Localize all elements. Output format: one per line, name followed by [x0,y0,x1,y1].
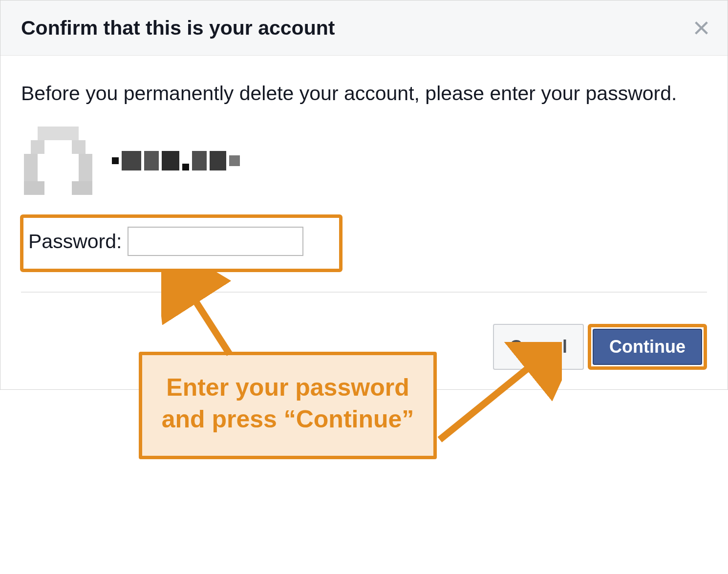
annotation-callout: Enter your password and press “Continue” [139,352,437,459]
dialog-header: Confirm that this is your account × [0,0,728,56]
username-obscured [112,151,240,170]
avatar-icon [24,127,92,195]
continue-highlight-box: Continue [588,324,707,370]
password-input[interactable] [128,227,303,256]
password-label: Password: [28,230,122,253]
divider [21,292,707,293]
annotation-text: Enter your password and press “Continue” [156,372,420,435]
user-row [21,127,707,195]
confirm-account-dialog: Confirm that this is your account × Befo… [0,0,728,390]
instruction-text: Before you permanently delete your accou… [21,80,707,107]
dialog-title: Confirm that this is your account [21,17,335,40]
password-highlight-box: Password: [20,214,343,272]
cancel-button[interactable]: Cancel [493,324,584,370]
continue-button[interactable]: Continue [593,329,702,365]
close-icon[interactable]: × [693,13,710,43]
dialog-body: Before you permanently delete your accou… [0,56,728,324]
